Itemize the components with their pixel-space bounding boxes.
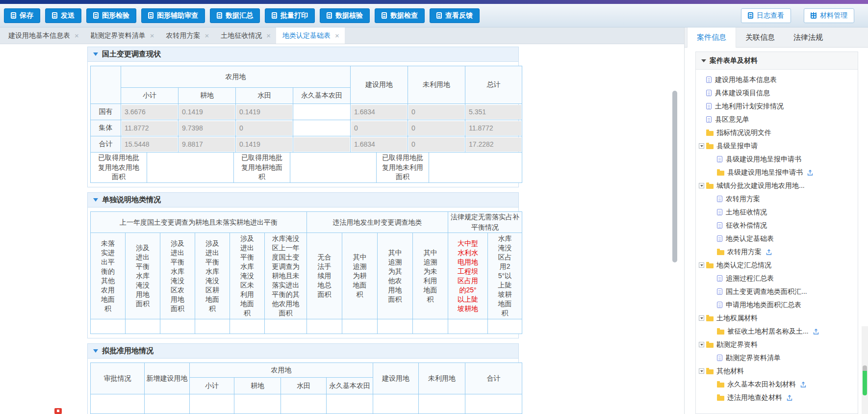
editable-input-cell[interactable] xyxy=(91,394,145,414)
editable-input-cell[interactable] xyxy=(265,319,307,334)
tree-item[interactable]: 申请用地地类面积汇总表 xyxy=(696,298,856,311)
upload-icon[interactable] xyxy=(813,328,819,335)
editable-input-cell[interactable] xyxy=(281,394,327,414)
editable-input-cell[interactable] xyxy=(160,319,195,334)
图形辅助审查-button[interactable]: 图形辅助审查 xyxy=(141,8,205,23)
editable-input-cell[interactable] xyxy=(234,394,281,414)
tree-item[interactable]: 追溯过程汇总表 xyxy=(696,272,856,285)
footer-input-cell[interactable] xyxy=(429,153,522,183)
tree-item[interactable]: 县级建设用地呈报申请书 xyxy=(696,153,856,166)
tree-item[interactable]: 勘测定界资料清单 xyxy=(696,351,856,364)
upload-icon[interactable] xyxy=(766,249,772,256)
数据核验-button[interactable]: 数据核验 xyxy=(320,8,370,23)
section-header-current-survey[interactable]: 国土变更调查现状 xyxy=(88,47,518,62)
section-header-proposed-approval[interactable]: 拟批准用地情况 xyxy=(88,344,518,359)
tab-close-icon[interactable]: × xyxy=(150,32,154,39)
editable-input-cell[interactable] xyxy=(126,319,160,334)
tree-item[interactable]: 农转用方案 xyxy=(696,245,856,259)
tab-close-icon[interactable]: × xyxy=(335,32,339,39)
tree-item[interactable]: 地类认定基础表 xyxy=(696,232,856,245)
document-tab[interactable]: 农转用方案× xyxy=(160,27,215,44)
footer-input-cell[interactable] xyxy=(147,153,234,183)
tree-item[interactable]: 城镇分批次建设用地农用地... xyxy=(696,179,856,192)
editable-input-cell[interactable] xyxy=(327,394,373,414)
tab-close-icon[interactable]: × xyxy=(205,32,209,39)
editable-input-cell[interactable] xyxy=(190,394,234,414)
tree-item[interactable]: 县区意见单 xyxy=(696,113,856,126)
editable-input-cell[interactable] xyxy=(448,319,488,334)
发送-button[interactable]: 发送 xyxy=(45,8,81,23)
数据检查-button[interactable]: 数据检查 xyxy=(375,8,425,23)
col-header: 总计 xyxy=(465,66,522,104)
图形检验-button[interactable]: 图形检验 xyxy=(86,8,136,23)
main-scrollbar-thumb[interactable] xyxy=(672,91,677,262)
folder-icon xyxy=(706,343,714,348)
upload-icon[interactable] xyxy=(807,169,814,176)
editable-input-cell[interactable] xyxy=(145,394,190,414)
editable-input-cell[interactable] xyxy=(465,394,522,414)
数据汇总-button[interactable]: 数据汇总 xyxy=(210,8,260,23)
editable-input-cell[interactable] xyxy=(230,319,265,334)
tree-item[interactable]: 土地权属材料 xyxy=(696,311,856,325)
editable-input[interactable] xyxy=(294,105,350,119)
批量打印-button[interactable]: 批量打印 xyxy=(265,8,315,23)
日志查看-button[interactable]: 日志查看 xyxy=(741,8,791,23)
document-tab[interactable]: 地类认定基础表× xyxy=(276,27,345,44)
tree-item[interactable]: 国土变更调查地类面积汇... xyxy=(696,285,856,298)
expand-toggle[interactable] xyxy=(699,262,704,268)
sidebar-tab[interactable]: 法律法规 xyxy=(784,27,832,47)
document-icon xyxy=(717,235,722,242)
sidebar-tab[interactable]: 案件信息 xyxy=(687,27,736,48)
tree-item[interactable]: 具体建设项目信息 xyxy=(696,86,856,100)
tree-item[interactable]: 建设用地基本信息表 xyxy=(696,73,856,86)
tree-items: 建设用地基本信息表具体建设项目信息土地利用计划安排情况县区意见单指标情况说明文件… xyxy=(696,70,858,404)
editable-input-cell[interactable] xyxy=(342,319,378,334)
editable-input-cell[interactable] xyxy=(373,394,419,414)
editable-input[interactable] xyxy=(294,121,350,135)
editable-input-cell[interactable] xyxy=(91,319,126,334)
tab-close-icon[interactable]: × xyxy=(266,32,271,39)
editable-input-cell[interactable] xyxy=(307,319,342,334)
expand-toggle[interactable] xyxy=(699,143,704,149)
editable-input-cell[interactable] xyxy=(195,319,230,334)
tree-header[interactable]: 案件表单及材料 xyxy=(696,52,858,70)
document-tab[interactable]: 建设用地基本信息表× xyxy=(2,27,84,44)
expand-toggle[interactable] xyxy=(699,315,704,321)
document-tab[interactable]: 勘测定界资料清单× xyxy=(84,27,160,44)
tree-item[interactable]: 被征收土地村居名称及土... xyxy=(696,325,856,338)
proposed-approval-table: 审批情况新增建设用地农用地建设用地未利用地合计小计耕地水田永久基本农田 xyxy=(90,362,522,414)
tree-item[interactable]: 勘测定界资料 xyxy=(696,338,856,351)
document-icon xyxy=(717,156,722,162)
tree-item[interactable]: 县级建设用地呈报申请书 xyxy=(696,166,856,179)
tree-item[interactable]: 永久基本农田补划材料 xyxy=(696,378,856,391)
expand-toggle[interactable] xyxy=(699,368,704,374)
document-tab[interactable]: 土地征收情况× xyxy=(214,27,276,44)
upload-icon[interactable] xyxy=(800,381,807,388)
tree-item[interactable]: 土地利用计划安排情况 xyxy=(696,100,856,113)
tree-item[interactable]: 其他材料 xyxy=(696,364,856,378)
查看反馈-button[interactable]: 查看反馈 xyxy=(430,8,480,23)
tab-close-icon[interactable]: × xyxy=(75,32,79,39)
tree-item[interactable]: 指标情况说明文件 xyxy=(696,126,856,139)
材料管理-button[interactable]: 材料管理 xyxy=(804,8,854,23)
sidebar-scrollbar-thumb[interactable] xyxy=(863,365,867,395)
tree-item[interactable]: 农转用方案 xyxy=(696,192,856,206)
editable-input-cell[interactable] xyxy=(378,319,413,334)
expand-toggle[interactable] xyxy=(699,183,704,188)
footer-input-cell[interactable] xyxy=(290,153,377,183)
tree-item[interactable]: 违法用地查处材料 xyxy=(696,391,856,404)
tree-item[interactable]: 土地征收情况 xyxy=(696,206,856,219)
editable-input-cell[interactable] xyxy=(413,319,448,334)
col-header: 新增建设用地 xyxy=(145,363,190,394)
editable-input-cell[interactable] xyxy=(419,394,465,414)
upload-icon[interactable] xyxy=(786,394,793,401)
sidebar-tab[interactable]: 关联信息 xyxy=(736,27,784,47)
保存-button[interactable]: 保存 xyxy=(4,8,40,23)
section-header-special-landtype[interactable]: 单独说明地类情况 xyxy=(88,193,518,207)
expand-toggle[interactable] xyxy=(699,342,704,347)
tree-item[interactable]: 县级呈报申请 xyxy=(696,139,856,153)
tree-item[interactable]: 地类认定汇总情况 xyxy=(696,259,856,272)
value-cell: 3.6676 xyxy=(121,104,179,120)
tree-item[interactable]: 征收补偿情况 xyxy=(696,219,856,232)
editable-input-cell[interactable] xyxy=(488,319,522,334)
